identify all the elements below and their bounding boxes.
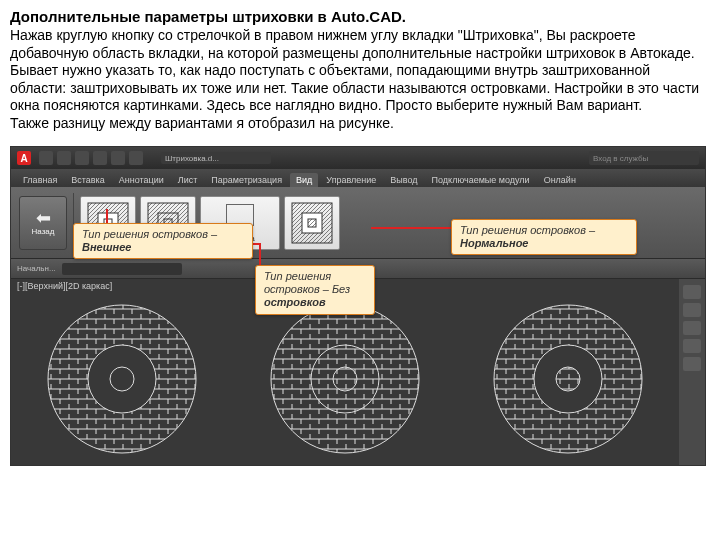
tab-online[interactable]: Онлайн	[538, 173, 582, 187]
article-paragraph: Нажав круглую кнопку со стрелочкой в пра…	[10, 27, 710, 62]
hatch-examples	[11, 299, 679, 459]
tab-manage[interactable]: Управление	[320, 173, 382, 187]
document-title: Штриховка.d...	[161, 152, 271, 164]
tab-home[interactable]: Главная	[17, 173, 63, 187]
search-input[interactable]: Вход в службы	[589, 151, 699, 165]
callout-normal: Тип решения островков – Нормальное	[451, 219, 637, 255]
hatch-example-normal	[488, 299, 648, 459]
tab-parametric[interactable]: Параметризация	[205, 173, 288, 187]
toolbar-field[interactable]	[62, 263, 182, 275]
article-title: Дополнительные параметры штриховки в Aut…	[10, 8, 710, 25]
article-paragraph: Также разницу между вариантами я отобраз…	[10, 115, 710, 133]
nav-tool[interactable]	[683, 303, 701, 317]
ribbon-tabs: Главная Вставка Аннотации Лист Параметри…	[11, 169, 705, 187]
tab-output[interactable]: Вывод	[384, 173, 423, 187]
qat-button[interactable]	[93, 151, 107, 165]
callout-outer: Тип решения островков – Внешнее	[73, 223, 253, 259]
island-option-normal[interactable]	[284, 196, 340, 250]
svg-rect-8	[308, 219, 316, 227]
hatch-example-outer	[42, 299, 202, 459]
svg-rect-19	[265, 299, 425, 459]
viewport-label: [-][Верхний][2D каркас]	[17, 281, 112, 291]
autocad-screenshot: A Штриховка.d... Вход в службы Главная В…	[10, 146, 706, 466]
nav-tool[interactable]	[683, 339, 701, 353]
nav-tool[interactable]	[683, 285, 701, 299]
quick-access-toolbar	[39, 151, 143, 165]
arrow-left-icon: ⬅	[36, 209, 51, 227]
app-icon[interactable]: A	[17, 151, 31, 165]
tab-layout[interactable]: Лист	[172, 173, 204, 187]
svg-rect-13	[42, 299, 202, 459]
tab-view[interactable]: Вид	[290, 173, 318, 187]
tab-insert[interactable]: Вставка	[65, 173, 110, 187]
hatch-example-ignore	[265, 299, 425, 459]
nav-tool[interactable]	[683, 357, 701, 371]
qat-button[interactable]	[39, 151, 53, 165]
callout-ignore: Тип решения островков – Без островков	[255, 265, 375, 315]
toolbar-label: Начальн...	[17, 264, 56, 273]
qat-button[interactable]	[57, 151, 71, 165]
tab-annotate[interactable]: Аннотации	[113, 173, 170, 187]
view-cube-bar	[679, 279, 705, 465]
nav-back-label: Назад	[32, 227, 55, 236]
article-paragraph: Бывает нужно указать то, как надо поступ…	[10, 62, 710, 115]
tab-plugins[interactable]: Подключаемые модули	[426, 173, 536, 187]
nav-back-button[interactable]: ⬅ Назад	[19, 196, 67, 250]
title-bar: A Штриховка.d... Вход в службы	[11, 147, 705, 169]
qat-button[interactable]	[111, 151, 125, 165]
nav-tool[interactable]	[683, 321, 701, 335]
qat-button[interactable]	[75, 151, 89, 165]
svg-rect-27	[488, 299, 648, 459]
qat-button[interactable]	[129, 151, 143, 165]
